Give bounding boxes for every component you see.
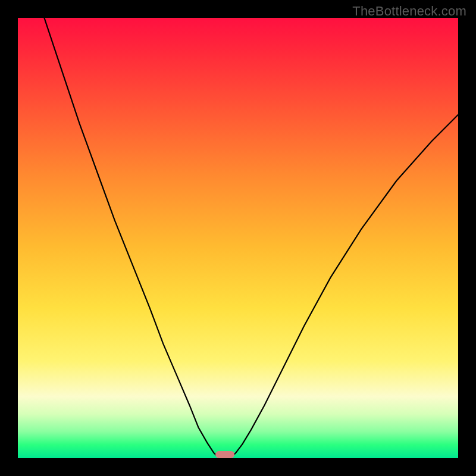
gradient-background [18,18,458,458]
watermark-text: TheBottleneck.com [352,4,466,19]
chart-frame: TheBottleneck.com [0,0,476,476]
optimal-marker [215,451,234,458]
plot-area [18,18,458,458]
